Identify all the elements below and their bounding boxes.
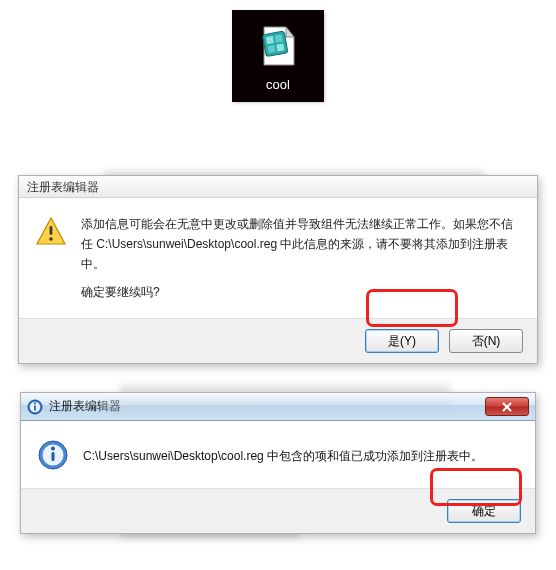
- dialog-title: 注册表编辑器: [49, 398, 121, 415]
- regedit-success-dialog: 注册表编辑器 C:\Users\sunwei\Desktop\cool.reg …: [20, 392, 536, 534]
- dialog-footer: 确定: [21, 488, 535, 533]
- regedit-warning-dialog: 注册表编辑器 添加信息可能会在无意中更改或删除值并导致组件无法继续正常工作。如果…: [18, 175, 538, 364]
- dialog-message: C:\Users\sunwei\Desktop\cool.reg 中包含的项和值…: [83, 448, 519, 465]
- svg-point-13: [34, 402, 36, 404]
- svg-rect-3: [266, 36, 274, 44]
- yes-button[interactable]: 是(Y): [365, 329, 439, 353]
- svg-rect-6: [276, 43, 284, 51]
- dialog-message: 添加信息可能会在无意中更改或删除值并导致组件无法继续正常工作。如果您不信任 C:…: [81, 214, 521, 310]
- close-icon: [501, 402, 513, 412]
- svg-rect-5: [267, 45, 275, 53]
- dialog-titlebar[interactable]: 注册表编辑器: [21, 393, 535, 421]
- message-line-1: 添加信息可能会在无意中更改或删除值并导致组件无法继续正常工作。如果您不信任 C:…: [81, 214, 521, 274]
- svg-point-19: [51, 447, 55, 451]
- svg-marker-1: [286, 27, 294, 37]
- warning-icon: [35, 216, 67, 310]
- svg-point-9: [49, 237, 53, 241]
- svg-rect-2: [262, 31, 287, 56]
- message-line-2: 确定要继续吗?: [81, 282, 521, 302]
- svg-rect-12: [34, 405, 36, 410]
- desktop-file-label: cool: [266, 77, 290, 92]
- desktop-file-cool[interactable]: cool: [232, 10, 324, 102]
- svg-rect-18: [52, 452, 55, 461]
- dialog-footer: 是(Y) 否(N): [19, 318, 537, 363]
- dialog-titlebar: 注册表编辑器: [19, 176, 537, 198]
- reg-file-icon: [258, 25, 298, 67]
- info-icon: [27, 399, 43, 415]
- close-button[interactable]: [485, 397, 529, 416]
- dialog-title: 注册表编辑器: [27, 180, 99, 194]
- titlebar-blur: [101, 399, 451, 415]
- svg-rect-8: [50, 226, 53, 235]
- ok-button[interactable]: 确定: [447, 499, 521, 523]
- svg-rect-4: [275, 35, 283, 43]
- info-icon: [37, 439, 69, 474]
- no-button[interactable]: 否(N): [449, 329, 523, 353]
